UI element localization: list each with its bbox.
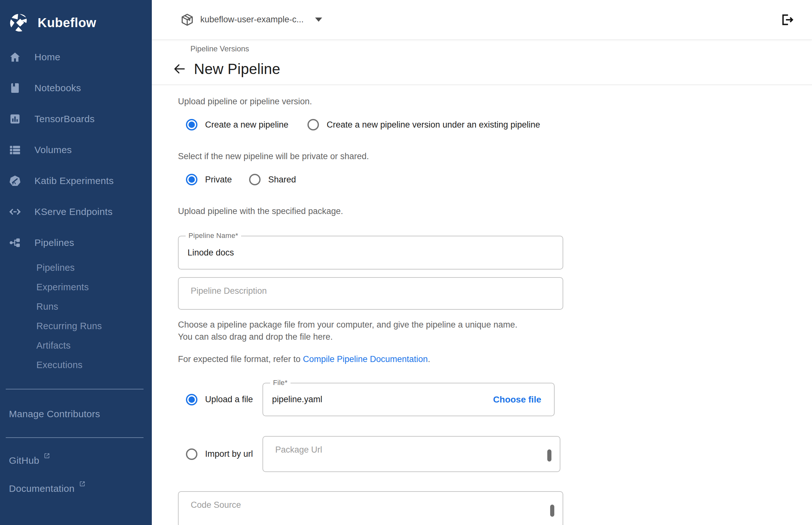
external-link-icon <box>44 453 50 459</box>
pipeline-name-field: Pipeline Name* <box>178 236 563 270</box>
sidebar-subitem-executions[interactable]: Executions <box>0 355 152 375</box>
scrollbar-thumb[interactable] <box>547 449 552 462</box>
package-icon <box>181 13 194 27</box>
sidebar-item-label: Katib Experiments <box>34 176 114 186</box>
namespace-name: kubeflow-user-example-c... <box>200 15 304 25</box>
sidebar-item-label: Notebooks <box>34 82 81 93</box>
home-icon <box>9 51 27 63</box>
file-field: File* Choose file <box>262 383 555 416</box>
pipeline-description-input[interactable] <box>179 278 562 309</box>
compile-pipeline-documentation-link[interactable]: Compile Pipeline Documentation <box>303 354 428 364</box>
file-name-input[interactable] <box>263 384 487 416</box>
external-link-icon <box>79 481 86 487</box>
sidebar-item-kserve-endpoints[interactable]: KServe Endpoints <box>0 196 152 227</box>
pipeline-name-input[interactable] <box>179 236 562 269</box>
sidebar-item-label: Pipelines <box>34 237 74 248</box>
manage-contributors-link[interactable]: Manage Contributors <box>0 389 152 419</box>
volumes-icon <box>9 144 27 156</box>
sidebar-item-home[interactable]: Home <box>0 42 152 72</box>
format-help-prefix: For expected file format, refer to <box>178 354 303 364</box>
chevron-down-icon <box>315 17 322 22</box>
sidebar-divider <box>6 437 144 438</box>
radio-shared[interactable] <box>249 174 260 185</box>
code-source-input[interactable] <box>179 492 562 525</box>
sidebar-subitem-experiments[interactable]: Experiments <box>0 278 152 297</box>
format-help-suffix: . <box>428 354 430 364</box>
sidebar-item-katib-experiments[interactable]: Katib Experiments <box>0 165 152 196</box>
top-bar: kubeflow-user-example-c... <box>152 0 812 39</box>
page-title: New Pipeline <box>194 60 280 77</box>
help-text-line1: Choose a pipeline package file from your… <box>178 319 576 331</box>
subitem-label: Runs <box>36 301 58 312</box>
sidebar-subitem-runs[interactable]: Runs <box>0 297 152 316</box>
github-link[interactable]: GitHub <box>0 455 152 466</box>
notebook-icon <box>9 82 27 94</box>
kubeflow-logo[interactable]: Kubeflow <box>0 0 152 42</box>
radio-shared-label: Shared <box>268 175 296 185</box>
radio-create-new-version[interactable] <box>307 119 319 131</box>
documentation-link[interactable]: Documentation <box>0 483 152 494</box>
subitem-label: Experiments <box>36 282 89 292</box>
radio-upload-a-file[interactable] <box>186 394 197 405</box>
pipeline-description-field <box>178 277 563 310</box>
bar-chart-icon <box>9 113 27 125</box>
documentation-link-label: Documentation <box>9 483 75 494</box>
pipelines-subnav: Pipelines Experiments Runs Recurring Run… <box>0 258 152 375</box>
sidebar-item-pipelines[interactable]: Pipelines <box>0 227 152 258</box>
subitem-label: Executions <box>36 360 82 370</box>
radio-import-by-url-label: Import by url <box>205 449 253 459</box>
back-arrow-icon <box>172 62 187 76</box>
page-header: Pipeline Versions New Pipeline <box>152 39 812 85</box>
logout-button[interactable] <box>780 13 794 27</box>
logo-text: Kubeflow <box>37 16 96 30</box>
radio-create-new-pipeline-label: Create a new pipeline <box>205 120 288 130</box>
sidebar-item-notebooks[interactable]: Notebooks <box>0 72 152 103</box>
code-source-field <box>178 491 563 525</box>
radio-create-new-version-label: Create a new pipeline version under an e… <box>327 120 540 130</box>
upload-type-label: Upload pipeline or pipeline version. <box>178 95 576 107</box>
radio-private-label: Private <box>205 175 232 185</box>
namespace-selector[interactable]: kubeflow-user-example-c... <box>181 13 322 27</box>
radio-create-new-pipeline[interactable] <box>186 119 197 131</box>
radio-upload-a-file-label: Upload a file <box>205 394 253 404</box>
sidebar-item-label: TensorBoards <box>34 114 95 124</box>
pipelines-icon <box>9 237 27 249</box>
sidebar-item-label: Volumes <box>34 145 72 155</box>
scrollbar-thumb[interactable] <box>550 505 554 517</box>
sidebar-subitem-recurring-runs[interactable]: Recurring Runs <box>0 316 152 336</box>
sidebar-item-label: Home <box>34 52 60 62</box>
code-arrows-icon <box>9 206 27 218</box>
subitem-label: Pipelines <box>36 262 75 273</box>
new-pipeline-form: Upload pipeline or pipeline version. Cre… <box>152 85 576 525</box>
kubeflow-logo-icon <box>9 12 29 33</box>
help-text-line2: You can also drag and drop the file here… <box>178 331 576 343</box>
sidebar: Kubeflow Home Notebooks TensorBoards Vol… <box>0 0 152 525</box>
package-url-field <box>262 436 560 472</box>
sidebar-subitem-artifacts[interactable]: Artifacts <box>0 336 152 355</box>
radio-import-by-url[interactable] <box>186 448 197 460</box>
sidebar-item-label: KServe Endpoints <box>34 206 112 217</box>
radio-private[interactable] <box>186 174 197 185</box>
back-button[interactable] <box>172 62 187 76</box>
katib-icon <box>9 175 27 187</box>
sidebar-item-tensorboards[interactable]: TensorBoards <box>0 103 152 134</box>
subitem-label: Artifacts <box>36 340 71 351</box>
sidebar-subitem-pipelines[interactable]: Pipelines <box>0 258 152 278</box>
choose-file-button[interactable]: Choose file <box>487 394 554 405</box>
main-area: kubeflow-user-example-c... Pipeline Vers… <box>152 0 812 525</box>
package-label: Upload pipeline with the specified packa… <box>178 205 576 217</box>
pipeline-name-label: Pipeline Name* <box>186 231 241 240</box>
visibility-label: Select if the new pipeline will be priva… <box>178 150 576 162</box>
package-url-input[interactable] <box>263 437 560 471</box>
breadcrumb: Pipeline Versions <box>191 44 812 53</box>
subitem-label: Recurring Runs <box>36 321 102 331</box>
logout-icon <box>780 13 794 27</box>
github-link-label: GitHub <box>9 455 39 466</box>
format-help-line: For expected file format, refer to Compi… <box>178 354 576 364</box>
file-field-label: File* <box>270 379 290 387</box>
sidebar-item-volumes[interactable]: Volumes <box>0 134 152 165</box>
